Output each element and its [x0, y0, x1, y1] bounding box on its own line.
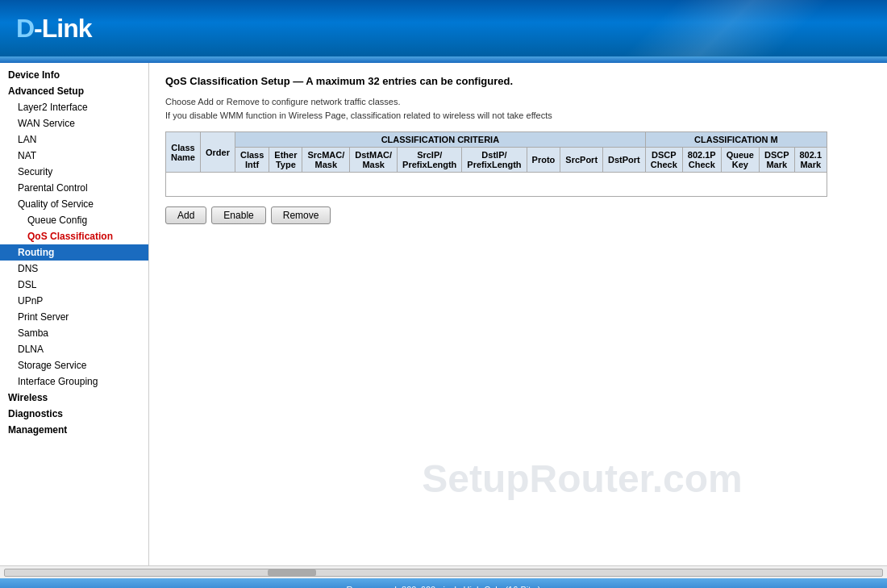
- sidebar-item-routing[interactable]: Routing: [0, 244, 148, 261]
- sidebar-item-parental-control[interactable]: Parental Control: [0, 180, 148, 196]
- col-srcmac-mask: SrcMAC/Mask: [302, 148, 350, 173]
- sidebar-item-wan-service[interactable]: WAN Service: [0, 115, 148, 131]
- sidebar-item-lan[interactable]: LAN: [0, 131, 148, 148]
- sidebar: Device InfoAdvanced SetupLayer2 Interfac…: [0, 63, 149, 565]
- col-dstport: DstPort: [603, 148, 646, 173]
- sidebar-item-storage-service[interactable]: Storage Service: [0, 357, 148, 373]
- sidebar-item-diagnostics[interactable]: Diagnostics: [0, 406, 148, 422]
- empty-row: [166, 173, 827, 197]
- sidebar-item-queue-config[interactable]: Queue Config: [0, 212, 148, 228]
- sidebar-item-upnp[interactable]: UPnP: [0, 293, 148, 309]
- col-class-intf: ClassIntf: [235, 148, 269, 173]
- col-class-name: ClassName: [166, 132, 201, 173]
- col-dscp-mark: DSCPMark: [759, 148, 794, 173]
- col-8021-mark: 802.1Mark: [794, 148, 827, 173]
- col-8021p-check: 802.1PCheck: [682, 148, 721, 173]
- subheader-bar: [0, 56, 887, 63]
- footer-text: Recommend: 800x600 pixels,High Color(16 …: [347, 585, 541, 588]
- sidebar-item-quality-of-service[interactable]: Quality of Service: [0, 196, 148, 212]
- header: D-Link: [0, 0, 887, 56]
- sidebar-item-security[interactable]: Security: [0, 164, 148, 180]
- horizontal-scrollbar[interactable]: [0, 565, 887, 578]
- page-title: QoS Classification Setup — A maximum 32 …: [165, 75, 871, 87]
- sidebar-item-interface-grouping[interactable]: Interface Grouping: [0, 373, 148, 390]
- footer: Recommend: 800x600 pixels,High Color(16 …: [0, 578, 887, 588]
- sidebar-item-device-info[interactable]: Device Info: [0, 67, 148, 83]
- main-layout: Device InfoAdvanced SetupLayer2 Interfac…: [0, 63, 887, 565]
- add-button[interactable]: Add: [165, 206, 206, 224]
- col-proto: Proto: [527, 148, 560, 173]
- sidebar-item-wireless[interactable]: Wireless: [0, 390, 148, 406]
- sidebar-item-dns[interactable]: DNS: [0, 261, 148, 277]
- watermark: SetupRouter.com: [422, 457, 742, 501]
- content-area: QoS Classification Setup — A maximum 32 …: [149, 63, 887, 565]
- col-dstmac-mask: DstMAC/Mask: [350, 148, 398, 173]
- desc-line1: Choose Add or Remove to configure networ…: [165, 97, 400, 106]
- sidebar-item-dlna[interactable]: DLNA: [0, 341, 148, 357]
- col-srcip: SrcIP/PrefixLength: [398, 148, 462, 173]
- desc-line2: If you disable WMM function in Wireless …: [165, 111, 552, 120]
- sidebar-item-qos-classification[interactable]: QoS Classification: [0, 228, 148, 244]
- scrollbar-thumb[interactable]: [268, 569, 316, 576]
- col-dscp-check: DSCPCheck: [645, 148, 682, 173]
- col-order: Order: [200, 132, 235, 173]
- sidebar-item-management[interactable]: Management: [0, 422, 148, 438]
- sidebar-item-dsl[interactable]: DSL: [0, 277, 148, 293]
- group-classification-mark: CLASSIFICATION M: [645, 132, 827, 148]
- sidebar-item-advanced-setup[interactable]: Advanced Setup: [0, 83, 148, 99]
- sidebar-item-nat[interactable]: NAT: [0, 148, 148, 164]
- sidebar-item-print-server[interactable]: Print Server: [0, 309, 148, 325]
- enable-button[interactable]: Enable: [211, 206, 265, 224]
- sidebar-item-layer2-interface[interactable]: Layer2 Interface: [0, 99, 148, 115]
- col-ether-type: EtherType: [269, 148, 302, 173]
- page-description: Choose Add or Remove to configure networ…: [165, 95, 871, 122]
- dlink-logo: D-Link: [16, 14, 92, 44]
- action-buttons: Add Enable Remove: [165, 206, 871, 224]
- col-srcport: SrcPort: [560, 148, 603, 173]
- col-dstip: DstIP/PrefixLength: [462, 148, 527, 173]
- sidebar-item-samba[interactable]: Samba: [0, 325, 148, 341]
- qos-table: ClassName Order CLASSIFICATION CRITERIA …: [165, 131, 827, 197]
- table-container: ClassName Order CLASSIFICATION CRITERIA …: [165, 131, 871, 197]
- group-classification-criteria: CLASSIFICATION CRITERIA: [235, 132, 645, 148]
- col-queue-key: QueueKey: [721, 148, 759, 173]
- scrollbar-track[interactable]: [4, 569, 883, 577]
- remove-button[interactable]: Remove: [271, 206, 331, 224]
